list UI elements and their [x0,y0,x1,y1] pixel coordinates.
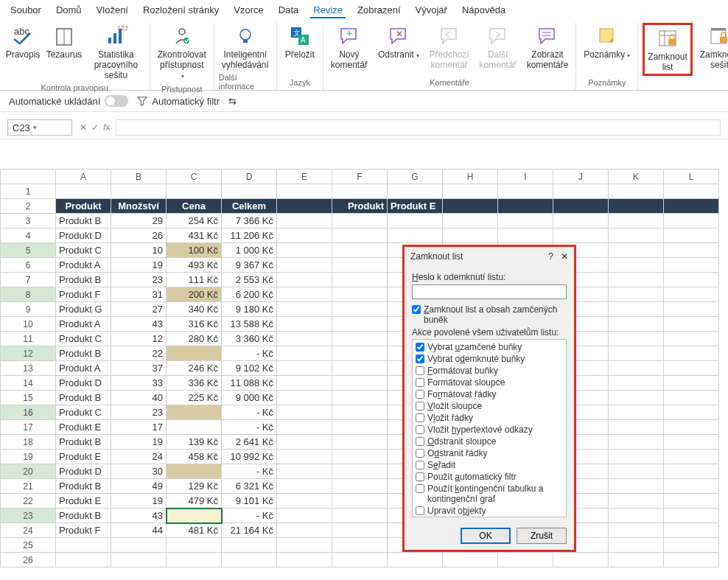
cell[interactable]: 9 180 Kč [222,302,277,317]
cell[interactable]: 19 [111,494,167,509]
cell[interactable] [498,228,553,243]
cell[interactable] [332,450,388,464]
cell[interactable] [664,450,719,464]
cell[interactable] [277,258,332,273]
cell[interactable]: 11 088 Kč [222,376,277,391]
cell[interactable] [609,287,664,302]
cell[interactable] [443,553,498,567]
row-header-25[interactable]: 25 [1,538,56,553]
cell[interactable] [56,538,111,553]
col-header-E[interactable]: E [277,170,332,184]
cell[interactable] [167,405,222,420]
col-header-K[interactable]: K [609,170,664,184]
delete-comment-button[interactable]: ✕Odstranit▾ [375,23,422,63]
cell[interactable] [664,273,719,287]
menu-revize[interactable]: Revize [310,3,346,18]
col-header-C[interactable]: C [167,170,222,184]
cell[interactable] [388,228,443,243]
cell[interactable] [609,376,664,391]
cell[interactable] [222,553,277,567]
row-header-20[interactable]: 20 [1,464,56,479]
cell[interactable] [167,420,222,435]
cell[interactable] [664,420,719,435]
cell[interactable] [111,184,167,199]
allow-checkbox[interactable] [416,413,424,422]
menu-zobrazení[interactable]: Zobrazení [354,3,404,18]
cell[interactable] [277,538,332,553]
cell[interactable]: 9 101 Kč [222,494,277,509]
allow-checkbox[interactable] [416,437,424,446]
cell[interactable] [332,464,388,479]
cell[interactable]: Produkt [332,199,388,214]
cell[interactable]: 49 [111,479,167,494]
cell[interactable]: 33 [111,376,167,391]
col-header-I[interactable]: I [498,170,553,184]
cell[interactable]: Produkt E [56,420,111,435]
cell[interactable] [664,553,719,567]
row-header-9[interactable]: 9 [1,302,56,317]
row-header-16[interactable]: 16 [1,405,56,420]
cell[interactable] [664,494,719,509]
cell[interactable]: 23 [111,405,167,420]
allow-option[interactable]: Vybrat odemknuté buňky [416,353,563,365]
cell[interactable] [553,199,609,214]
allow-checkbox[interactable] [416,484,424,493]
menu-soubor[interactable]: Soubor [7,3,44,18]
row-header-22[interactable]: 22 [1,494,56,509]
cell[interactable]: 2 641 Kč [222,435,277,450]
cell[interactable]: - Kč [222,464,277,479]
cell[interactable]: 254 Kč [167,214,222,228]
cell[interactable]: 9 367 Kč [222,258,277,273]
allow-option[interactable]: Upravit objekty [416,505,563,517]
name-box[interactable]: C23 ▾ [7,119,72,136]
cell[interactable] [332,302,388,317]
allow-option[interactable]: Seřadit [416,459,563,471]
menu-nápověda[interactable]: Nápověda [459,3,508,18]
cell[interactable] [664,376,719,391]
cell[interactable] [609,435,664,450]
cell[interactable]: 225 Kč [167,391,222,405]
col-header-G[interactable]: G [388,170,443,184]
protect-workbook-button[interactable]: Zamknoutsešit [697,23,728,71]
cell[interactable]: 37 [111,361,167,376]
cell[interactable] [609,538,664,553]
row-header-12[interactable]: 12 [1,346,56,361]
cell[interactable] [664,538,719,553]
cell[interactable]: 23 [111,273,167,287]
cell[interactable] [277,509,332,523]
cell[interactable] [609,509,664,523]
cell[interactable] [664,228,719,243]
cell[interactable]: 19 [111,435,167,450]
cell[interactable]: 30 [111,464,167,479]
cell[interactable] [609,450,664,464]
cancel-icon[interactable]: ✕ [80,122,87,133]
cell[interactable] [443,184,498,199]
cell[interactable] [332,494,388,509]
allow-checkbox[interactable] [416,378,424,387]
row-header-15[interactable]: 15 [1,391,56,405]
cell[interactable]: 17 [111,420,167,435]
cell[interactable] [664,199,719,214]
ok-button[interactable]: OK [461,528,511,544]
cell[interactable] [277,287,332,302]
cell[interactable] [332,184,388,199]
cell[interactable] [443,228,498,243]
cell[interactable]: Produkt B [56,479,111,494]
cell[interactable] [277,317,332,332]
row-header-7[interactable]: 7 [1,273,56,287]
cell[interactable]: 9 102 Kč [222,361,277,376]
cell[interactable] [277,523,332,538]
cell[interactable] [332,214,388,228]
cell[interactable]: Produkt B [56,346,111,361]
cell[interactable] [277,214,332,228]
cell[interactable]: 9 000 Kč [222,391,277,405]
cell[interactable] [332,346,388,361]
row-header-11[interactable]: 11 [1,332,56,346]
row-header-10[interactable]: 10 [1,317,56,332]
cell[interactable]: 44 [111,523,167,538]
cell[interactable] [277,479,332,494]
notes-button[interactable]: Poznámky▾ [581,23,633,63]
cell[interactable] [609,361,664,376]
cell[interactable] [443,214,498,228]
allow-checkbox[interactable] [416,461,424,469]
